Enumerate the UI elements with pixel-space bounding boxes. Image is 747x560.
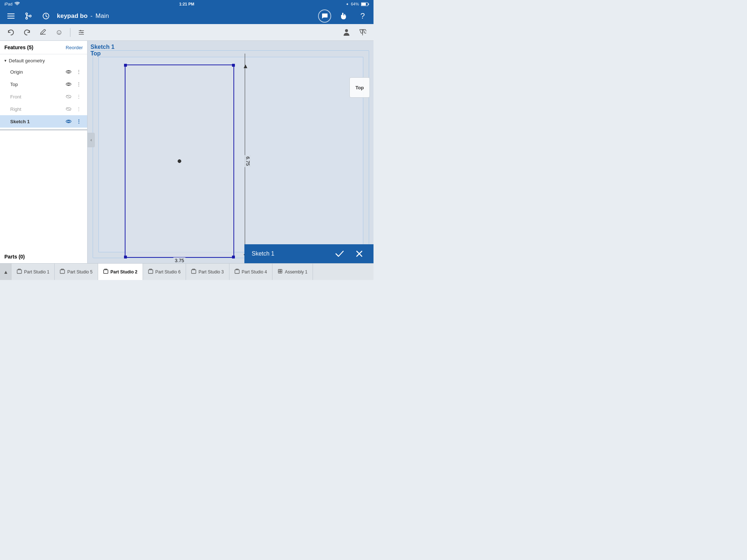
feature-item-front[interactable]: Front ⋮ — [0, 90, 87, 103]
tab-icon-3 — [191, 269, 196, 275]
tab-part-studio-6[interactable]: Part Studio 6 — [143, 264, 186, 280]
vertical-dim-label: 6.75 — [245, 155, 251, 167]
undo-button[interactable] — [4, 26, 18, 39]
vertical-dimension: 6.75 — [233, 65, 252, 257]
svg-rect-5 — [7, 18, 15, 19]
feature-group-row[interactable]: ▾ Default geometry — [0, 56, 87, 66]
svg-rect-4 — [7, 16, 15, 16]
nav-title: keypad bo - Main — [57, 12, 314, 20]
battery-icon — [361, 2, 369, 6]
parts-section: Parts (0) — [0, 250, 87, 263]
svg-point-8 — [30, 15, 31, 17]
battery-label: 64% — [351, 2, 359, 6]
help-button[interactable]: ? — [356, 9, 369, 23]
svg-rect-33 — [278, 269, 280, 271]
toolbar-separator-1 — [70, 28, 70, 37]
visibility-eye-top[interactable] — [65, 80, 73, 88]
person-icon-button[interactable] — [340, 26, 353, 39]
sketch-pencil-button[interactable] — [36, 26, 50, 39]
tab-bar: ▲ Part Studio 1 Part Studio 5 Part Studi… — [0, 263, 374, 280]
tab-label-1: Part Studio 1 — [24, 269, 49, 275]
horizontal-dim-label: 3.75 — [173, 257, 185, 263]
more-menu-origin[interactable]: ⋮ — [75, 68, 83, 76]
history-button[interactable] — [39, 9, 53, 23]
group-label: Default geometry — [9, 58, 45, 63]
tab-label-3: Part Studio 3 — [198, 269, 224, 275]
visibility-eye-front[interactable] — [65, 93, 73, 101]
balance-icon-button[interactable] — [356, 26, 369, 39]
sidebar-divider — [0, 129, 87, 131]
feature-name-front: Front — [10, 94, 62, 100]
canvas[interactable]: Sketch 1 Top 6.75 — [88, 41, 374, 263]
sketch-confirm-cancel-button[interactable] — [352, 247, 366, 261]
tab-part-studio-4[interactable]: Part Studio 4 — [229, 264, 272, 280]
ipad-label: iPad — [4, 2, 12, 6]
svg-rect-3 — [7, 13, 15, 14]
more-menu-sketch1[interactable]: ⋮ — [75, 117, 83, 125]
feature-item-origin[interactable]: Origin ⋮ — [0, 66, 87, 78]
svg-point-7 — [26, 18, 28, 19]
more-menu-right[interactable]: ⋮ — [75, 105, 83, 113]
svg-rect-28 — [60, 270, 65, 273]
redo-button[interactable] — [20, 26, 34, 39]
sketch-rectangle[interactable]: 6.75 3.75 — [125, 65, 234, 258]
center-point — [178, 159, 181, 163]
emoji-button[interactable]: ☺ — [53, 26, 66, 39]
nav-bar: keypad bo - Main ? — [0, 8, 374, 24]
constraints-button[interactable] — [75, 26, 88, 39]
svg-point-24 — [68, 121, 70, 122]
svg-rect-1 — [368, 3, 369, 5]
tab-label-assembly: Assembly 1 — [285, 269, 307, 275]
tab-icon-assembly — [278, 269, 283, 275]
tab-part-studio-3[interactable]: Part Studio 3 — [186, 264, 229, 280]
view-indicator[interactable]: Top — [349, 77, 370, 98]
tab-scroll-up-button[interactable]: ▲ — [0, 264, 12, 280]
corner-tl — [124, 64, 127, 67]
feature-item-right[interactable]: Right ⋮ — [0, 103, 87, 115]
svg-rect-29 — [104, 270, 108, 273]
svg-rect-27 — [17, 270, 22, 273]
feature-item-top[interactable]: Top ⋮ — [0, 78, 87, 90]
chat-button[interactable] — [318, 9, 331, 23]
features-count-label: Features (5) — [4, 44, 33, 50]
tab-part-studio-2[interactable]: Part Studio 2 — [98, 264, 143, 280]
visibility-eye-sketch1[interactable] — [65, 117, 73, 125]
svg-rect-32 — [235, 270, 239, 273]
tab-label-4: Part Studio 4 — [242, 269, 267, 275]
svg-rect-2 — [361, 3, 366, 5]
tab-assembly-1[interactable]: Assembly 1 — [272, 264, 313, 280]
hand-button[interactable] — [337, 9, 350, 23]
vert-ext-line — [245, 54, 245, 65]
tab-part-studio-1[interactable]: Part Studio 1 — [12, 264, 55, 280]
tab-icon-1 — [17, 269, 22, 275]
nav-separator: - — [90, 12, 93, 20]
tab-icon-6 — [148, 269, 153, 275]
reorder-button[interactable]: Reorder — [66, 45, 83, 50]
features-list: ▾ Default geometry Origin ⋮ Top — [0, 54, 87, 250]
menu-button[interactable] — [4, 9, 18, 23]
horizontal-dimension: 3.75 — [125, 257, 233, 263]
sketch-confirm-check-button[interactable] — [333, 247, 347, 261]
tab-name: Main — [96, 12, 109, 20]
time-label: 1:21 PM — [179, 2, 194, 6]
wifi-icon — [15, 2, 20, 6]
more-menu-top[interactable]: ⋮ — [75, 80, 83, 88]
view-label: Top — [356, 85, 364, 90]
tab-icon-2 — [103, 269, 108, 275]
feature-item-sketch1[interactable]: Sketch 1 ⋮ — [0, 115, 87, 128]
feature-name-origin: Origin — [10, 69, 62, 75]
visibility-eye-origin[interactable] — [65, 68, 73, 76]
sidebar: Features (5) Reorder ▾ Default geometry … — [0, 41, 88, 263]
branch-button[interactable] — [22, 9, 35, 23]
svg-point-20 — [68, 71, 70, 73]
doc-name: keypad bo — [57, 12, 88, 20]
svg-rect-34 — [280, 269, 282, 271]
bluetooth-icon: ✦ — [346, 2, 349, 6]
more-menu-front[interactable]: ⋮ — [75, 93, 83, 101]
sidebar-collapse-button[interactable]: ‹ — [88, 133, 95, 147]
toolbar: ☺ — [0, 24, 374, 41]
visibility-eye-right[interactable] — [65, 105, 73, 113]
svg-rect-35 — [278, 271, 280, 273]
feature-name-right: Right — [10, 106, 62, 112]
tab-part-studio-5[interactable]: Part Studio 5 — [55, 264, 98, 280]
